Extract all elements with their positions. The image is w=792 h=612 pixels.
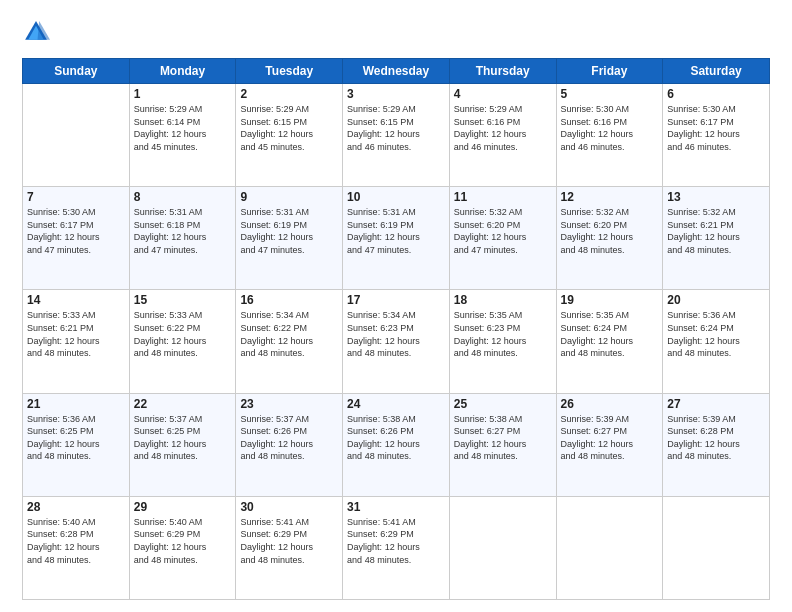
calendar-cell: 10Sunrise: 5:31 AM Sunset: 6:19 PM Dayli…: [343, 187, 450, 290]
day-number: 21: [27, 397, 125, 411]
calendar-cell: 1Sunrise: 5:29 AM Sunset: 6:14 PM Daylig…: [129, 84, 236, 187]
calendar-cell: 8Sunrise: 5:31 AM Sunset: 6:18 PM Daylig…: [129, 187, 236, 290]
day-number: 4: [454, 87, 552, 101]
calendar-week-row: 28Sunrise: 5:40 AM Sunset: 6:28 PM Dayli…: [23, 496, 770, 599]
calendar-cell: 7Sunrise: 5:30 AM Sunset: 6:17 PM Daylig…: [23, 187, 130, 290]
day-info: Sunrise: 5:30 AM Sunset: 6:16 PM Dayligh…: [561, 103, 659, 153]
calendar-cell: 30Sunrise: 5:41 AM Sunset: 6:29 PM Dayli…: [236, 496, 343, 599]
calendar-cell: 22Sunrise: 5:37 AM Sunset: 6:25 PM Dayli…: [129, 393, 236, 496]
calendar-header-monday: Monday: [129, 59, 236, 84]
day-number: 22: [134, 397, 232, 411]
day-number: 20: [667, 293, 765, 307]
calendar-header-wednesday: Wednesday: [343, 59, 450, 84]
page: SundayMondayTuesdayWednesdayThursdayFrid…: [0, 0, 792, 612]
calendar-cell: 19Sunrise: 5:35 AM Sunset: 6:24 PM Dayli…: [556, 290, 663, 393]
day-number: 30: [240, 500, 338, 514]
day-number: 8: [134, 190, 232, 204]
calendar-cell: 20Sunrise: 5:36 AM Sunset: 6:24 PM Dayli…: [663, 290, 770, 393]
day-number: 3: [347, 87, 445, 101]
calendar-cell: 31Sunrise: 5:41 AM Sunset: 6:29 PM Dayli…: [343, 496, 450, 599]
calendar-cell: 21Sunrise: 5:36 AM Sunset: 6:25 PM Dayli…: [23, 393, 130, 496]
calendar-cell: [449, 496, 556, 599]
day-number: 23: [240, 397, 338, 411]
day-info: Sunrise: 5:29 AM Sunset: 6:15 PM Dayligh…: [347, 103, 445, 153]
calendar-cell: 9Sunrise: 5:31 AM Sunset: 6:19 PM Daylig…: [236, 187, 343, 290]
day-number: 12: [561, 190, 659, 204]
calendar-header-tuesday: Tuesday: [236, 59, 343, 84]
day-info: Sunrise: 5:29 AM Sunset: 6:14 PM Dayligh…: [134, 103, 232, 153]
calendar-cell: 29Sunrise: 5:40 AM Sunset: 6:29 PM Dayli…: [129, 496, 236, 599]
day-number: 13: [667, 190, 765, 204]
calendar-cell: 27Sunrise: 5:39 AM Sunset: 6:28 PM Dayli…: [663, 393, 770, 496]
day-number: 26: [561, 397, 659, 411]
calendar-header-thursday: Thursday: [449, 59, 556, 84]
calendar-cell: 17Sunrise: 5:34 AM Sunset: 6:23 PM Dayli…: [343, 290, 450, 393]
day-number: 29: [134, 500, 232, 514]
day-info: Sunrise: 5:32 AM Sunset: 6:20 PM Dayligh…: [561, 206, 659, 256]
svg-marker-2: [38, 21, 50, 40]
day-number: 27: [667, 397, 765, 411]
calendar-cell: 25Sunrise: 5:38 AM Sunset: 6:27 PM Dayli…: [449, 393, 556, 496]
day-info: Sunrise: 5:31 AM Sunset: 6:19 PM Dayligh…: [240, 206, 338, 256]
day-info: Sunrise: 5:34 AM Sunset: 6:23 PM Dayligh…: [347, 309, 445, 359]
day-info: Sunrise: 5:32 AM Sunset: 6:21 PM Dayligh…: [667, 206, 765, 256]
day-info: Sunrise: 5:31 AM Sunset: 6:18 PM Dayligh…: [134, 206, 232, 256]
calendar-cell: [556, 496, 663, 599]
day-number: 2: [240, 87, 338, 101]
day-info: Sunrise: 5:36 AM Sunset: 6:25 PM Dayligh…: [27, 413, 125, 463]
calendar-header-saturday: Saturday: [663, 59, 770, 84]
day-number: 15: [134, 293, 232, 307]
calendar-cell: 16Sunrise: 5:34 AM Sunset: 6:22 PM Dayli…: [236, 290, 343, 393]
day-number: 14: [27, 293, 125, 307]
day-number: 5: [561, 87, 659, 101]
calendar-cell: 4Sunrise: 5:29 AM Sunset: 6:16 PM Daylig…: [449, 84, 556, 187]
calendar-cell: [23, 84, 130, 187]
day-info: Sunrise: 5:35 AM Sunset: 6:23 PM Dayligh…: [454, 309, 552, 359]
day-info: Sunrise: 5:30 AM Sunset: 6:17 PM Dayligh…: [667, 103, 765, 153]
calendar-week-row: 1Sunrise: 5:29 AM Sunset: 6:14 PM Daylig…: [23, 84, 770, 187]
calendar-cell: 5Sunrise: 5:30 AM Sunset: 6:16 PM Daylig…: [556, 84, 663, 187]
calendar-cell: 23Sunrise: 5:37 AM Sunset: 6:26 PM Dayli…: [236, 393, 343, 496]
calendar-cell: 14Sunrise: 5:33 AM Sunset: 6:21 PM Dayli…: [23, 290, 130, 393]
day-number: 31: [347, 500, 445, 514]
calendar-header-row: SundayMondayTuesdayWednesdayThursdayFrid…: [23, 59, 770, 84]
logo-icon: [22, 18, 50, 46]
calendar-cell: 18Sunrise: 5:35 AM Sunset: 6:23 PM Dayli…: [449, 290, 556, 393]
day-number: 16: [240, 293, 338, 307]
day-info: Sunrise: 5:29 AM Sunset: 6:16 PM Dayligh…: [454, 103, 552, 153]
day-number: 24: [347, 397, 445, 411]
day-number: 9: [240, 190, 338, 204]
calendar-table: SundayMondayTuesdayWednesdayThursdayFrid…: [22, 58, 770, 600]
day-info: Sunrise: 5:33 AM Sunset: 6:22 PM Dayligh…: [134, 309, 232, 359]
day-number: 7: [27, 190, 125, 204]
day-number: 11: [454, 190, 552, 204]
calendar-cell: 11Sunrise: 5:32 AM Sunset: 6:20 PM Dayli…: [449, 187, 556, 290]
calendar-week-row: 21Sunrise: 5:36 AM Sunset: 6:25 PM Dayli…: [23, 393, 770, 496]
calendar-cell: 12Sunrise: 5:32 AM Sunset: 6:20 PM Dayli…: [556, 187, 663, 290]
day-info: Sunrise: 5:30 AM Sunset: 6:17 PM Dayligh…: [27, 206, 125, 256]
calendar-cell: 26Sunrise: 5:39 AM Sunset: 6:27 PM Dayli…: [556, 393, 663, 496]
day-info: Sunrise: 5:39 AM Sunset: 6:28 PM Dayligh…: [667, 413, 765, 463]
day-number: 28: [27, 500, 125, 514]
day-info: Sunrise: 5:31 AM Sunset: 6:19 PM Dayligh…: [347, 206, 445, 256]
day-info: Sunrise: 5:29 AM Sunset: 6:15 PM Dayligh…: [240, 103, 338, 153]
day-info: Sunrise: 5:38 AM Sunset: 6:27 PM Dayligh…: [454, 413, 552, 463]
day-info: Sunrise: 5:40 AM Sunset: 6:28 PM Dayligh…: [27, 516, 125, 566]
logo: [22, 18, 54, 46]
day-info: Sunrise: 5:41 AM Sunset: 6:29 PM Dayligh…: [240, 516, 338, 566]
day-number: 6: [667, 87, 765, 101]
calendar-cell: 24Sunrise: 5:38 AM Sunset: 6:26 PM Dayli…: [343, 393, 450, 496]
day-info: Sunrise: 5:32 AM Sunset: 6:20 PM Dayligh…: [454, 206, 552, 256]
day-info: Sunrise: 5:36 AM Sunset: 6:24 PM Dayligh…: [667, 309, 765, 359]
day-info: Sunrise: 5:41 AM Sunset: 6:29 PM Dayligh…: [347, 516, 445, 566]
calendar-cell: 28Sunrise: 5:40 AM Sunset: 6:28 PM Dayli…: [23, 496, 130, 599]
calendar-cell: 15Sunrise: 5:33 AM Sunset: 6:22 PM Dayli…: [129, 290, 236, 393]
calendar-cell: 3Sunrise: 5:29 AM Sunset: 6:15 PM Daylig…: [343, 84, 450, 187]
calendar-week-row: 14Sunrise: 5:33 AM Sunset: 6:21 PM Dayli…: [23, 290, 770, 393]
day-info: Sunrise: 5:37 AM Sunset: 6:25 PM Dayligh…: [134, 413, 232, 463]
day-number: 18: [454, 293, 552, 307]
calendar-week-row: 7Sunrise: 5:30 AM Sunset: 6:17 PM Daylig…: [23, 187, 770, 290]
header: [22, 18, 770, 46]
day-number: 25: [454, 397, 552, 411]
day-info: Sunrise: 5:33 AM Sunset: 6:21 PM Dayligh…: [27, 309, 125, 359]
